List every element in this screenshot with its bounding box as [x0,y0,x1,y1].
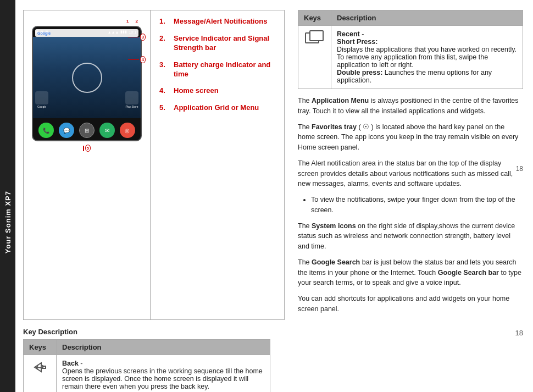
marker-5: 5 [85,145,91,152]
keys-table: Keys Description [23,339,270,393]
key-description-section: Key Description Keys Description [23,328,270,393]
feature-list: 1. Message/Alert Notifications 2. Servic… [159,17,275,113]
marker-1-label: 1 [126,19,129,24]
para-favorites-tray: The Favorites tray ( ☉ ) is located abov… [298,122,523,153]
key-description-title: Key Description [23,328,270,336]
list-item-3: 3. Battery charge indicator and time [159,60,275,79]
recent-key-title: Recent [337,30,360,38]
tray-sms-icon: ✉ [99,123,115,138]
back-key-description: Opens the previous screens in the workin… [62,367,263,390]
recent-key-icon-cell [298,26,331,89]
marker-4: 4 [140,56,146,63]
phone-wallpaper: Google Play Store [33,37,141,118]
back-key-row: ↩ Back - Opens the previous screens in t… [24,355,270,392]
google-app-label: Google [37,105,46,108]
keys-col-header: Keys [24,339,57,355]
numbered-list-area: 1. Message/Alert Notifications 2. Servic… [150,10,284,319]
marker-3: 3 [140,34,146,41]
para-system-icons: The System icons on the right side of di… [298,221,523,252]
list-item-2: 2. Service Indicator and Signal Strength… [159,34,275,53]
list-item-5: 5. Application Grid or Menu [159,103,275,113]
description-paragraphs: The Application Menu is always positione… [298,96,523,314]
recent-keys-table: Keys Description Recent - [298,10,523,89]
page-number-display: 18 [515,329,523,337]
tray-grid-icon: ⊞ [79,123,95,138]
notification-list: To view the notifications, swipe your fi… [311,195,523,216]
playstore-app-label: Play Store [125,105,138,108]
desc-col-header: Description [57,339,270,355]
recent-key-row: Recent - Short Press: Displays the appli… [298,26,523,89]
top-section: 1 2 3 4 [23,10,523,320]
marker-2-label: 2 [136,19,138,24]
phone-app-tray: 📞 💬 ⊞ ✉ ◎ [33,118,141,141]
page-number: 18 [516,165,523,173]
recent-short-press-label: Short Press: [337,38,377,46]
para-add-shortcuts: You can add shortcuts for applications a… [298,294,523,314]
list-item-4: 4. Home screen [159,86,275,96]
recent-table-col1: Keys [298,10,331,26]
google-search-bar[interactable]: Google [35,29,138,37]
recent-key-desc: Recent - Short Press: Displays the appli… [331,26,523,89]
phone-section: 1 2 3 4 [23,10,285,320]
sidebar: Your Sonim XP7 [0,0,15,392]
main-content: 1 2 3 4 [15,0,533,392]
list-item-1: 1. Message/Alert Notifications [159,17,275,26]
recent-icon [305,30,325,46]
sidebar-label: Your Sonim XP7 [4,191,12,253]
back-key-desc: Back - Opens the previous screens in the… [57,355,270,392]
back-key-title: Back [62,360,79,367]
phone-circle-graphic [72,63,102,93]
para-alert-notification: The Alert notification area in the statu… [298,158,523,189]
recent-double-press-label: Double press: [337,69,382,76]
notification-list-item: To view the notifications, swipe your fi… [311,195,523,216]
right-section: Keys Description Recent - [292,10,523,320]
back-key-icon-cell: ↩ [24,355,57,392]
phone-mockup: ▣ ▣ ▣ ▲▲▲ ▮▮▮ 10:17 Go [32,26,142,141]
tray-msg-icon: 💬 [59,123,74,138]
recent-short-press-desc: Displays the applications that you have … [337,46,517,69]
recent-table-col2: Description [331,10,523,26]
back-icon: ↩ [30,360,50,375]
tray-phone-icon: 📞 [38,123,54,138]
phone-diagram: 1 2 3 4 [24,10,150,319]
tray-chrome-icon: ◎ [120,123,135,138]
para-application-menu: The Application Menu is always positione… [298,96,523,117]
bottom-section: Key Description Keys Description [23,328,523,393]
google-label: Google [37,31,51,35]
para-google-search: The Google Search bar is just below the … [298,257,523,288]
